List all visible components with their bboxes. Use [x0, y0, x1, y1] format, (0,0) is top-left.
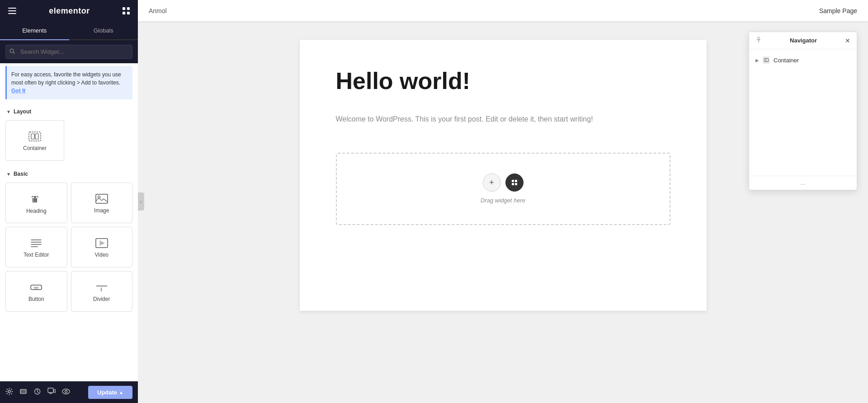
svg-rect-42 — [515, 180, 517, 182]
elementor-logo: elementor — [49, 6, 90, 16]
svg-rect-10 — [31, 134, 34, 139]
svg-rect-11 — [35, 134, 38, 139]
navigator-body: ▶ Container — [749, 49, 857, 176]
svg-rect-41 — [512, 180, 514, 182]
svg-rect-16 — [96, 194, 108, 203]
widget-text-editor[interactable]: Text Editor — [5, 227, 67, 267]
divider-label: Divider — [93, 296, 110, 302]
hamburger-menu-button[interactable] — [7, 7, 17, 15]
svg-marker-28 — [100, 287, 102, 290]
navigator-item-container[interactable]: ▶ Container — [749, 54, 857, 66]
text-editor-icon — [30, 238, 42, 248]
sidebar-toolbar: Update ▲ — [0, 381, 138, 403]
welcome-text: Welcome to WordPress. This is your first… — [336, 113, 670, 125]
responsive-icon[interactable] — [47, 388, 56, 397]
preview-icon[interactable] — [62, 388, 70, 396]
text-editor-label: Text Editor — [24, 252, 49, 258]
layout-section-label: Layout — [14, 108, 31, 115]
page-content: Hello world! Welcome to WordPress. This … — [300, 40, 707, 311]
svg-rect-5 — [123, 12, 125, 14]
navigator-header: Navigator ✕ — [749, 32, 857, 49]
video-label: Video — [95, 252, 108, 258]
section-layout-header[interactable]: ▼ Layout — [0, 104, 138, 117]
nav-container-widget-icon — [763, 56, 770, 64]
container-icon — [28, 131, 41, 141]
main-topbar: Anmol Sample Page — [138, 0, 868, 22]
layers-icon[interactable] — [19, 388, 27, 397]
button-icon — [30, 282, 42, 292]
navigator-title: Navigator — [790, 37, 817, 44]
svg-rect-48 — [764, 59, 769, 62]
image-icon — [95, 194, 108, 204]
nav-tree-expand-icon: ▶ — [755, 58, 759, 63]
widget-heading[interactable]: T Heading — [5, 183, 67, 223]
tabs-bar: Elements Globals — [0, 22, 138, 40]
page-title: Sample Page — [819, 7, 857, 14]
svg-rect-36 — [54, 389, 56, 393]
drag-label: Drag widget here — [481, 197, 525, 204]
widget-video[interactable]: Video — [71, 227, 133, 267]
sidebar-header: elementor — [0, 0, 138, 22]
favorites-hint-text: For easy access, favorite the widgets yo… — [11, 71, 121, 86]
search-icon — [9, 48, 15, 55]
navigator-close-button[interactable]: ✕ — [845, 37, 850, 44]
drop-actions: + — [483, 173, 524, 192]
collapse-sidebar-handle[interactable]: ‹ — [138, 192, 144, 211]
template-button[interactable] — [505, 173, 524, 192]
svg-rect-6 — [127, 12, 130, 14]
main-area: Anmol Sample Page Hello world! Welcome t… — [138, 0, 868, 403]
svg-point-7 — [10, 49, 14, 52]
navigator-container-label: Container — [774, 57, 799, 64]
toolbar-left — [5, 388, 70, 397]
divider-icon — [95, 282, 108, 292]
search-input[interactable] — [5, 45, 132, 59]
container-label: Container — [23, 145, 47, 151]
navigator-panel: Navigator ✕ ▶ Container ... — [749, 32, 857, 190]
svg-point-39 — [62, 389, 70, 394]
basic-section-label: Basic — [14, 171, 28, 177]
svg-rect-1 — [8, 10, 16, 11]
svg-rect-4 — [127, 7, 130, 10]
sidebar-content: For easy access, favorite the widgets yo… — [0, 63, 138, 381]
svg-point-30 — [8, 390, 10, 393]
widget-image[interactable]: Image — [71, 183, 133, 223]
widget-container[interactable]: Container — [5, 120, 64, 161]
video-icon — [95, 238, 108, 248]
navigator-pin-icon[interactable] — [755, 37, 762, 44]
svg-rect-3 — [123, 7, 125, 10]
update-button[interactable]: Update ▲ — [88, 386, 132, 399]
update-caret-icon: ▲ — [119, 390, 123, 395]
section-basic-header[interactable]: ▼ Basic — [0, 166, 138, 180]
svg-rect-2 — [8, 13, 16, 14]
basic-chevron-icon: ▼ — [6, 172, 11, 177]
got-it-link[interactable]: Got It — [11, 88, 25, 94]
layout-chevron-icon: ▼ — [6, 109, 11, 114]
search-bar — [0, 40, 138, 63]
apps-grid-button[interactable] — [122, 6, 131, 15]
heading-icon: T — [30, 193, 42, 204]
svg-rect-0 — [8, 8, 16, 9]
update-section: Update ▲ — [88, 386, 132, 399]
search-wrapper — [5, 45, 132, 59]
svg-rect-9 — [29, 132, 41, 141]
svg-rect-44 — [515, 183, 517, 185]
sidebar: elementor Elements Globals — [0, 0, 138, 403]
svg-rect-31 — [20, 389, 26, 394]
image-label: Image — [94, 207, 109, 214]
widget-button[interactable]: Button — [5, 271, 67, 312]
tab-elements[interactable]: Elements — [0, 22, 69, 40]
svg-rect-35 — [48, 388, 53, 393]
drop-container[interactable]: + Drag widget here — [336, 153, 670, 225]
layout-widget-grid: Container — [0, 117, 138, 166]
button-label: Button — [28, 296, 44, 302]
navigator-footer: ... — [749, 176, 857, 190]
history-icon[interactable] — [33, 388, 41, 397]
site-name: Anmol — [149, 7, 167, 14]
tab-globals[interactable]: Globals — [69, 22, 138, 40]
settings-icon[interactable] — [5, 388, 13, 397]
svg-line-8 — [14, 52, 15, 54]
add-widget-button[interactable]: + — [483, 173, 501, 192]
heading-label: Heading — [26, 208, 47, 214]
widget-divider[interactable]: Divider — [71, 271, 133, 312]
basic-widget-grid: T Heading Image — [0, 180, 138, 317]
